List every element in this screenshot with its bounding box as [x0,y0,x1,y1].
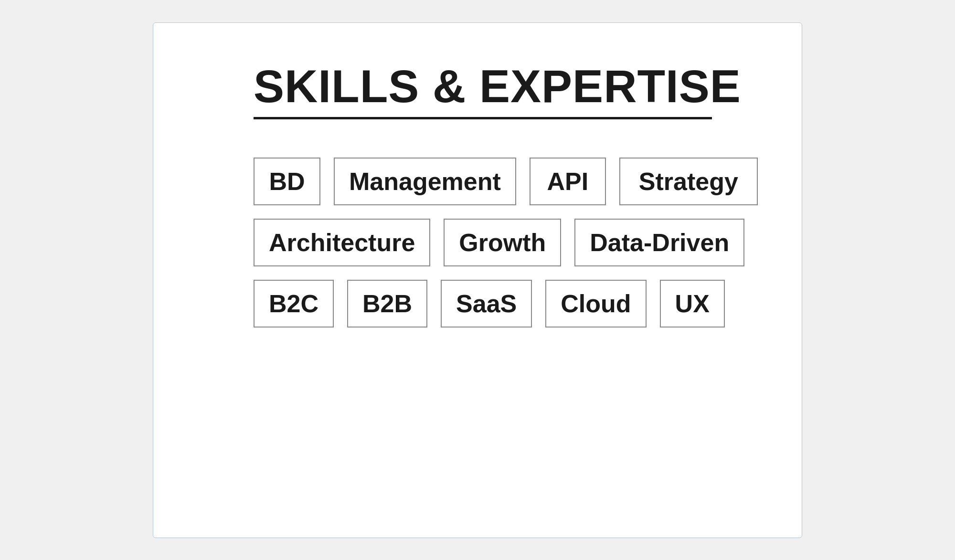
skill-label-bd: BD [269,167,305,196]
skill-tag-cloud: Cloud [545,280,646,328]
skill-label-ux: UX [675,289,710,318]
skill-tag-bd: BD [254,158,320,205]
title-underline [254,117,712,119]
skill-tag-ux: UX [660,280,725,328]
skill-tag-growth: Growth [444,219,561,266]
skills-row-3: B2C B2B SaaS Cloud UX [254,280,759,328]
skill-label-data-driven: Data-Driven [590,228,729,257]
skill-label-b2b: B2B [362,289,412,318]
skill-tag-strategy: Strategy [619,158,758,205]
skills-row-2: Architecture Growth Data-Driven [254,219,759,266]
skill-tag-data-driven: Data-Driven [574,219,744,266]
skill-label-b2c: B2C [269,289,318,318]
page-title: SKILLS & EXPERTISE [254,61,759,112]
skill-tag-b2c: B2C [254,280,334,328]
skill-label-management: Management [349,167,501,196]
skills-row-1: BD Management API Strategy [254,158,759,205]
skill-label-cloud: Cloud [561,289,631,318]
skill-tag-management: Management [334,158,516,205]
skill-label-growth: Growth [459,228,546,257]
skill-label-saas: SaaS [456,289,517,318]
skill-label-architecture: Architecture [269,228,415,257]
skill-tag-api: API [530,158,606,205]
skill-tag-saas: SaaS [441,280,532,328]
skill-tag-b2b: B2B [347,280,427,328]
title-section: SKILLS & EXPERTISE [254,61,759,120]
skills-card: SKILLS & EXPERTISE BD Management API Str… [153,22,802,538]
skills-grid: BD Management API Strategy Architecture … [254,158,759,328]
skill-label-api: API [547,167,589,196]
skill-label-strategy: Strategy [639,167,738,196]
skill-tag-architecture: Architecture [254,219,430,266]
